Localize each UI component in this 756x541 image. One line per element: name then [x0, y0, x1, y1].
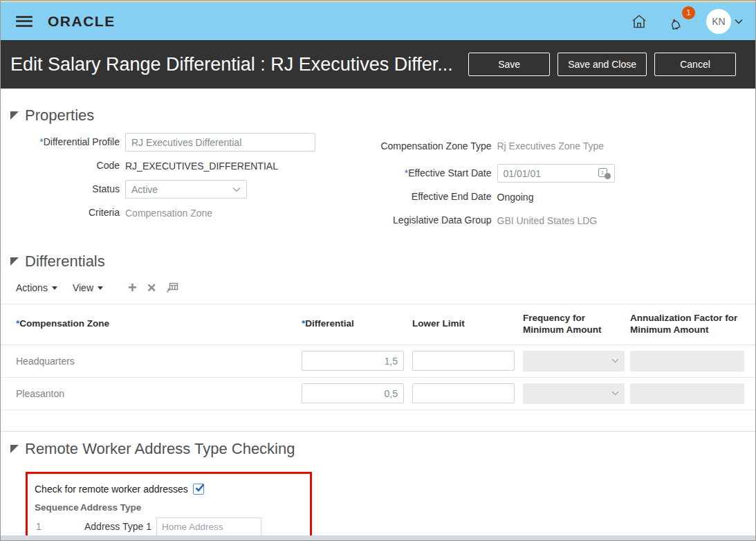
collapse-triangle-icon [10, 257, 19, 266]
status-value: Active [131, 184, 158, 195]
column-header-lower-limit: Lower Limit [412, 310, 523, 338]
app-window: ORACLE 1 KN Edit Salary Range [0, 0, 756, 541]
delete-row-button[interactable]: ✕ [147, 282, 156, 294]
properties-left-column: *Differential Profile Code RJ_EXECUTIVES… [1, 133, 378, 235]
add-row-button[interactable]: + [128, 280, 137, 295]
legislative-data-group-value: GBI United States LDG [497, 215, 598, 226]
effective-start-date-label: Effective Start Date [408, 167, 491, 178]
caret-down-icon [52, 286, 57, 290]
legislative-data-group-row: Legislative Data Group GBI United States… [378, 211, 756, 230]
actions-menu-button[interactable]: Actions [16, 282, 57, 293]
caret-down-icon [98, 286, 103, 290]
frequency-select-disabled [523, 383, 625, 404]
header-actions: 1 KN [629, 9, 743, 34]
differential-input[interactable] [302, 383, 404, 403]
page-header: Edit Salary Range Differential : RJ Exec… [1, 40, 755, 89]
effective-end-date-row: Effective End Date Ongoing [378, 187, 756, 206]
criteria-row: Criteria Compensation Zone [1, 203, 378, 222]
differentials-section-title: Differentials [25, 253, 105, 270]
notification-count-badge: 1 [682, 6, 695, 19]
properties-section-header[interactable]: Properties [10, 107, 755, 125]
code-row: Code RJ_EXECUTIVES_DIFFERENTIAL [1, 156, 378, 175]
properties-section: Properties *Differential Profile Code RJ… [1, 107, 755, 235]
avatar[interactable]: KN [706, 9, 731, 34]
compensation-zone-cell: Pleasanton [1, 388, 302, 399]
chevron-down-icon [232, 187, 241, 192]
address-type-label: Address Type 1 [79, 517, 156, 537]
differentials-table-header: *Compensation Zone *Differential Lower L… [1, 304, 755, 345]
detach-button[interactable] [166, 282, 178, 293]
differential-input[interactable] [302, 351, 404, 371]
home-icon[interactable] [629, 11, 649, 32]
notifications-bell-icon[interactable]: 1 [667, 11, 688, 32]
section-divider [1, 431, 755, 432]
address-type-input[interactable] [156, 517, 261, 536]
x-icon: ✕ [147, 282, 156, 294]
oracle-logo: ORACLE [48, 13, 116, 30]
hamburger-menu-icon[interactable] [16, 16, 33, 27]
sequence-column-header: Sequence [33, 500, 79, 517]
compensation-zone-cell: Headquarters [1, 356, 302, 367]
sequence-cell: 1 [33, 517, 79, 537]
differentials-section: Differentials Actions View + ✕ [1, 253, 755, 410]
collapse-triangle-icon [10, 111, 19, 120]
address-type-column-header: Address Type [79, 500, 264, 517]
lower-limit-input[interactable] [412, 351, 515, 371]
remote-worker-section-title: Remote Worker Address Type Checking [25, 440, 295, 458]
criteria-value: Compensation Zone [125, 208, 212, 219]
remote-worker-checkbox-label: Check for remote worker addresses [35, 484, 188, 495]
horizontal-scrollbar[interactable] [1, 535, 755, 540]
table-row[interactable]: Headquarters [1, 345, 755, 378]
remote-worker-check-row: Check for remote worker addresses [35, 484, 304, 495]
column-header-annualization: Annualization Factor for Minimum Amount [630, 304, 755, 345]
annualization-factor-disabled [630, 383, 744, 404]
remote-worker-checkbox[interactable] [193, 484, 204, 495]
properties-right-column: Compensation Zone Type Rj Executives Zon… [378, 133, 756, 235]
remote-worker-section-header[interactable]: Remote Worker Address Type Checking [10, 440, 755, 458]
cancel-button[interactable]: Cancel [654, 53, 736, 76]
differential-profile-input[interactable] [125, 133, 315, 152]
differentials-table: *Compensation Zone *Differential Lower L… [1, 304, 755, 410]
plus-icon: + [128, 280, 137, 295]
view-menu-label: View [73, 282, 93, 293]
remote-worker-section: Remote Worker Address Type Checking Chec… [1, 440, 755, 541]
column-header-compensation-zone: Compensation Zone [19, 318, 109, 329]
status-row: Status Active [1, 180, 378, 199]
differentials-toolbar: Actions View + ✕ [16, 280, 755, 295]
properties-section-title: Properties [25, 107, 94, 125]
effective-start-date-input[interactable] [497, 164, 615, 183]
compensation-zone-type-value: Rj Executives Zone Type [497, 140, 605, 152]
red-callout-box: Check for remote worker addresses Sequen… [26, 472, 312, 541]
effective-end-date-label: Effective End Date [378, 191, 497, 203]
compensation-zone-type-label: Compensation Zone Type [378, 140, 497, 152]
code-value: RJ_EXECUTIVES_DIFFERENTIAL [125, 161, 278, 172]
legislative-data-group-label: Legislative Data Group [378, 214, 497, 226]
view-menu-button[interactable]: View [73, 282, 103, 293]
effective-start-date-row: *Effective Start Date 1 [378, 164, 756, 183]
global-header: ORACLE 1 KN [1, 2, 755, 40]
save-button[interactable]: Save [468, 53, 550, 76]
differentials-section-header[interactable]: Differentials [10, 253, 755, 270]
column-header-frequency: Frequency for Minimum Amount [523, 304, 630, 345]
column-header-differential: Differential [305, 318, 354, 329]
properties-form: *Differential Profile Code RJ_EXECUTIVES… [1, 133, 755, 235]
lower-limit-input[interactable] [412, 383, 515, 403]
chevron-down-icon [611, 358, 619, 363]
status-select[interactable]: Active [125, 180, 247, 199]
effective-end-date-value: Ongoing [497, 192, 534, 203]
chevron-down-icon [611, 391, 619, 396]
annualization-factor-disabled [630, 351, 744, 372]
compensation-zone-type-row: Compensation Zone Type Rj Executives Zon… [378, 133, 756, 159]
collapse-triangle-icon [10, 445, 19, 453]
code-label: Code [1, 160, 125, 172]
actions-menu-label: Actions [16, 282, 48, 293]
effective-start-date-field: 1 [497, 164, 615, 183]
save-and-close-button[interactable]: Save and Close [557, 53, 647, 76]
date-picker-icon[interactable]: 1 [598, 167, 611, 179]
differential-profile-row: *Differential Profile [1, 133, 378, 152]
user-menu[interactable]: KN [706, 9, 743, 34]
frequency-select-disabled [523, 351, 625, 372]
status-label: Status [1, 183, 125, 195]
page-title: Edit Salary Range Differential : RJ Exec… [10, 54, 461, 75]
table-row[interactable]: Pleasanton [1, 378, 755, 410]
